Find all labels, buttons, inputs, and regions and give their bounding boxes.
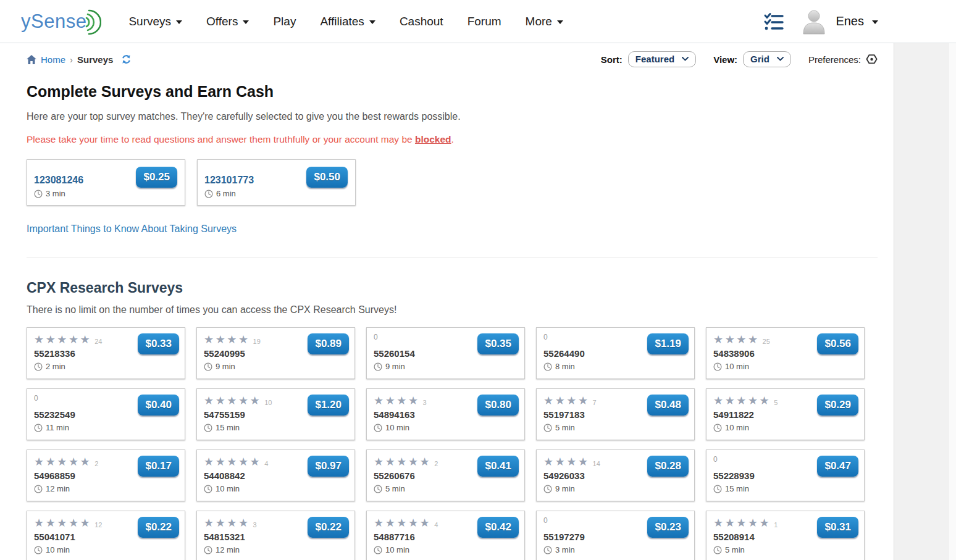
- clock-icon: [204, 424, 212, 432]
- cpx-section-subtitle: There is no limit on the number of times…: [27, 304, 878, 316]
- survey-checklist-icon[interactable]: [763, 12, 784, 31]
- clock-icon: [34, 546, 43, 554]
- survey-price-button[interactable]: $0.48: [647, 395, 689, 416]
- survey-card[interactable]: 05522893915 min$0.47: [706, 449, 865, 501]
- survey-card[interactable]: ★★★★★125504107110 min$0.22: [27, 511, 185, 560]
- survey-card[interactable]: ★★★★★24552183362 min$0.33: [27, 327, 185, 379]
- survey-card[interactable]: ★★★★7551971835 min$0.48: [536, 388, 695, 440]
- preferences-gear-icon[interactable]: [866, 54, 878, 65]
- survey-card[interactable]: ★★★★19552409959 min$0.89: [196, 327, 355, 379]
- survey-price-button[interactable]: $1.20: [308, 395, 349, 416]
- survey-price-button[interactable]: $0.17: [138, 456, 179, 477]
- ysense-logo[interactable]: ySense: [21, 7, 101, 36]
- blocked-link[interactable]: blocked: [415, 134, 451, 144]
- caret-down-icon: [872, 20, 878, 24]
- survey-card[interactable]: ★★★★★1552089145 min$0.31: [706, 511, 865, 560]
- survey-price-button[interactable]: $0.22: [138, 517, 179, 538]
- survey-price-button[interactable]: $0.31: [817, 517, 858, 538]
- survey-time: 10 min: [713, 362, 857, 371]
- important-things-link[interactable]: Important Things to Know About Taking Su…: [27, 224, 237, 235]
- rating-count: 4: [264, 460, 268, 467]
- survey-time-label: 15 min: [725, 484, 749, 493]
- survey-time-label: 10 min: [216, 484, 240, 493]
- view-select[interactable]: Grid: [743, 51, 791, 67]
- survey-card[interactable]: 1230812463 min$0.25: [27, 159, 185, 206]
- scrollbar[interactable]: [949, 43, 956, 560]
- nav-item-cashout[interactable]: Cashout: [400, 15, 443, 28]
- survey-price-button[interactable]: $0.29: [817, 395, 858, 416]
- survey-time: 15 min: [713, 484, 857, 493]
- survey-price-button[interactable]: $0.42: [477, 517, 519, 538]
- survey-price-button[interactable]: $0.89: [308, 333, 349, 354]
- survey-price-button[interactable]: $1.19: [647, 333, 689, 354]
- survey-card[interactable]: ★★★★★55491182210 min$0.29: [706, 388, 865, 440]
- survey-price-button[interactable]: $0.40: [138, 395, 179, 416]
- survey-time: 5 min: [374, 484, 518, 493]
- nav-item-offers[interactable]: Offers: [206, 15, 249, 28]
- survey-card[interactable]: ★★★★★45488771610 min$0.42: [366, 511, 525, 560]
- refresh-icon[interactable]: [121, 54, 132, 64]
- survey-card[interactable]: 05523254911 min$0.40: [27, 388, 185, 440]
- caret-down-icon: [369, 20, 375, 24]
- survey-card[interactable]: 0552644908 min$1.19: [536, 327, 695, 379]
- rating-count: 25: [763, 338, 770, 345]
- survey-price-button[interactable]: $0.25: [136, 167, 177, 188]
- survey-time-label: 5 min: [385, 484, 405, 493]
- survey-card[interactable]: ★★★★★25496885912 min$0.17: [27, 449, 185, 501]
- survey-price-button[interactable]: $0.56: [817, 333, 858, 354]
- survey-card[interactable]: ★★★★★105475515915 min$1.20: [196, 388, 355, 440]
- survey-price-button[interactable]: $0.22: [308, 517, 349, 538]
- survey-card[interactable]: ★★★★255483890610 min$0.56: [706, 327, 865, 379]
- survey-card[interactable]: ★★★★★2552606765 min$0.41: [366, 449, 525, 501]
- survey-time-label: 8 min: [555, 362, 575, 371]
- survey-price-button[interactable]: $0.50: [306, 167, 348, 188]
- survey-card[interactable]: ★★★★★45440884210 min$0.97: [196, 449, 355, 501]
- survey-card[interactable]: ★★★★35481532112 min$0.22: [196, 511, 355, 560]
- page-title: Complete Surveys and Earn Cash: [27, 83, 878, 101]
- clock-icon: [713, 362, 722, 371]
- survey-time: 9 min: [204, 362, 348, 371]
- survey-card[interactable]: 0552601549 min$0.35: [366, 327, 525, 379]
- survey-time-label: 15 min: [216, 423, 240, 432]
- clock-icon: [204, 190, 213, 198]
- survey-card[interactable]: 0551972793 min$0.23: [536, 511, 695, 560]
- nav-right: Enes: [763, 8, 878, 35]
- survey-time-label: 10 min: [725, 362, 749, 371]
- star-rating-icons: ★★★★★: [374, 517, 431, 529]
- survey-price-button[interactable]: $0.28: [647, 456, 689, 477]
- survey-time-label: 9 min: [555, 484, 575, 493]
- survey-card[interactable]: ★★★★35489416310 min$0.80: [366, 388, 525, 440]
- warning-suffix: .: [451, 134, 454, 144]
- breadcrumb: Home › Surveys: [27, 54, 132, 65]
- nav-item-affiliates[interactable]: Affiliates: [320, 15, 375, 28]
- star-rating-icons: ★★★★: [543, 395, 590, 406]
- nav-item-forum[interactable]: Forum: [468, 15, 501, 28]
- nav-item-label: More: [526, 15, 552, 28]
- survey-card[interactable]: 1231017736 min$0.50: [197, 159, 356, 206]
- nav-item-more[interactable]: More: [526, 15, 563, 28]
- rating-count: 3: [423, 399, 427, 406]
- survey-card[interactable]: ★★★★14549260339 min$0.28: [536, 449, 695, 501]
- survey-time-label: 2 min: [46, 362, 65, 371]
- star-rating-icons: ★★★★: [204, 517, 250, 529]
- user-menu[interactable]: Enes: [800, 8, 878, 35]
- survey-time: 5 min: [543, 423, 687, 432]
- survey-price-button[interactable]: $0.47: [817, 456, 858, 477]
- survey-price-button[interactable]: $0.97: [308, 456, 349, 477]
- survey-price-button[interactable]: $0.23: [647, 517, 689, 538]
- survey-price-button[interactable]: $0.33: [138, 333, 179, 354]
- survey-price-button[interactable]: $0.41: [477, 456, 519, 477]
- survey-price-button[interactable]: $0.80: [477, 395, 519, 416]
- clock-icon: [374, 485, 382, 493]
- nav-item-play[interactable]: Play: [273, 15, 296, 28]
- rating-count: 7: [593, 399, 597, 406]
- sort-select[interactable]: Featured: [628, 51, 696, 67]
- breadcrumb-row: Home › Surveys Sort: Featured: [27, 51, 878, 67]
- survey-price-button[interactable]: $0.35: [477, 333, 519, 354]
- rating-count: 12: [94, 521, 102, 529]
- nav-item-surveys[interactable]: Surveys: [128, 15, 182, 28]
- clock-icon: [34, 190, 43, 198]
- breadcrumb-home-link[interactable]: Home: [41, 54, 65, 65]
- warning-prefix: Please take your time to read questions …: [27, 134, 415, 144]
- offpage-area: [894, 43, 956, 560]
